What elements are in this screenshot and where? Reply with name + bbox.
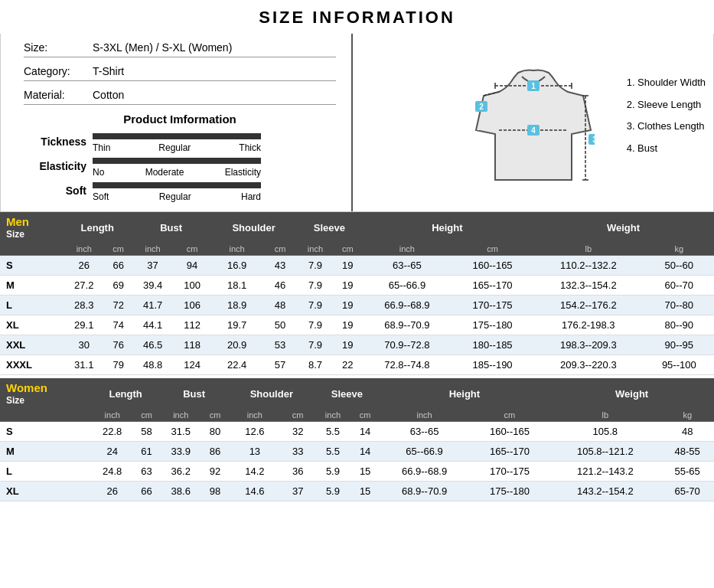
data-cell: 175--180	[470, 482, 550, 501]
data-cell: 48.8	[132, 355, 174, 375]
soft-label-hard: Hard	[241, 191, 261, 202]
elasticity-label-moderate: Moderate	[145, 167, 184, 178]
men-sleeve-header: Sleeve	[297, 212, 362, 243]
data-cell: 27.2	[63, 276, 105, 296]
data-cell: 13	[228, 442, 281, 462]
data-cell: 22.8	[91, 422, 133, 442]
data-cell: 92	[202, 462, 229, 482]
category-label: Category:	[24, 65, 93, 77]
data-cell: 68.9--70.9	[362, 315, 452, 335]
data-cell: 72	[105, 296, 132, 315]
women-shoulder-header: Shoulder	[228, 378, 315, 409]
elasticity-label-elasticity: Elasticity	[225, 167, 261, 178]
soft-label-soft: Soft	[93, 191, 109, 202]
men-weight-kg: kg	[644, 243, 714, 256]
women-size-sub	[0, 409, 91, 422]
tickness-label-regular: Regular	[158, 142, 191, 153]
table-row: L24.86336.29214.2365.91566.9--68.9170--1…	[0, 462, 714, 482]
women-length-cm: cm	[133, 409, 160, 422]
data-cell: 14	[351, 442, 380, 462]
data-cell: 19	[334, 315, 362, 335]
data-cell: 31.1	[63, 355, 105, 375]
data-cell: 80--90	[644, 315, 714, 335]
data-cell: 61	[133, 442, 160, 462]
tickness-label-thin: Thin	[93, 142, 110, 153]
data-cell: 14.6	[228, 482, 281, 501]
data-cell: 170--175	[452, 296, 533, 315]
data-cell: 36.2	[160, 462, 202, 482]
women-weight-lb: lb	[549, 409, 660, 422]
data-cell: 154.2--176.2	[533, 296, 644, 315]
product-info-title: Product Imformation	[24, 113, 336, 126]
soft-bar-area: Soft Regular Hard	[93, 179, 336, 202]
legend-item-2: 2. Sleeve Length	[627, 94, 706, 116]
data-cell: 86	[202, 442, 229, 462]
soft-label: Soft	[24, 185, 93, 197]
data-cell: 58	[133, 422, 160, 442]
data-cell: 66.9--68.9	[380, 462, 470, 482]
data-cell: 90--95	[644, 335, 714, 355]
women-sleeve-cm: cm	[351, 409, 380, 422]
data-cell: 50--60	[644, 256, 714, 276]
data-cell: 65--66.9	[362, 276, 452, 296]
category-info-line: Category: T-Shirt	[24, 65, 336, 81]
data-cell: 43	[263, 256, 297, 276]
data-cell: 65-70	[660, 482, 714, 501]
table-row: XL29.17444.111219.7507.91968.9--70.9175-…	[0, 315, 714, 335]
size-cell: XXL	[0, 335, 63, 355]
data-cell: 18.1	[210, 276, 263, 296]
table-row: XXL307646.511820.9537.91970.9--72.8180--…	[0, 335, 714, 355]
women-sleeve-inch: inch	[315, 409, 351, 422]
right-diagram-panel: 1 2 3 4 1. Shoulder Width 2. Sleeve Leng…	[353, 34, 713, 211]
data-cell: 29.1	[63, 315, 105, 335]
data-cell: 20.9	[210, 335, 263, 355]
men-weight-lb: lb	[533, 243, 644, 256]
men-height-inch: inch	[362, 243, 452, 256]
data-cell: 37	[132, 256, 174, 276]
men-height-cm: cm	[452, 243, 533, 256]
data-cell: 5.9	[315, 462, 351, 482]
category-value: T-Shirt	[93, 65, 124, 77]
women-length-inch: inch	[91, 409, 133, 422]
data-cell: 31.5	[160, 422, 202, 442]
table-row: L28.37241.710618.9487.91966.9--68.9170--…	[0, 296, 714, 315]
men-bust-cm: cm	[174, 243, 210, 256]
legend-item-3: 3. Clothes Length	[627, 116, 706, 138]
tickness-row: Tickness Thin Regular Thick	[24, 130, 336, 153]
data-cell: 65--66.9	[380, 442, 470, 462]
data-cell: 22	[334, 355, 362, 375]
data-cell: 66	[105, 256, 132, 276]
women-shoulder-cm: cm	[281, 409, 315, 422]
data-cell: 7.9	[297, 335, 334, 355]
data-cell: 26	[63, 256, 105, 276]
data-cell: 19	[334, 256, 362, 276]
data-cell: 38.6	[160, 482, 202, 501]
women-sub-header-row: inch cm inch cm inch cm inch cm inch cm …	[0, 409, 714, 422]
data-cell: 19	[334, 276, 362, 296]
elasticity-bar	[93, 158, 261, 164]
data-cell: 41.7	[132, 296, 174, 315]
men-weight-header: Weight	[533, 212, 714, 243]
diagram-legend: 1. Shoulder Width 2. Sleeve Length 3. Cl…	[627, 72, 706, 159]
data-cell: 121.2--143.2	[549, 462, 660, 482]
men-sleeve-inch: inch	[297, 243, 334, 256]
men-size-table: MenSize Length Bust Shoulder Sleeve Heig…	[0, 212, 714, 375]
data-cell: 5.5	[315, 422, 351, 442]
material-value: Cotton	[93, 89, 124, 101]
women-length-header: Length	[91, 378, 160, 409]
legend-item-4: 4. Bust	[627, 138, 706, 160]
data-cell: 80	[202, 422, 229, 442]
men-size-sub	[0, 243, 63, 256]
size-label: Size:	[24, 41, 93, 54]
soft-bar-labels: Soft Regular Hard	[93, 191, 261, 202]
size-cell: XXXL	[0, 355, 63, 375]
tickness-bar	[93, 133, 261, 139]
data-cell: 19	[334, 335, 362, 355]
data-cell: 175--180	[452, 315, 533, 335]
data-cell: 170--175	[470, 462, 550, 482]
data-cell: 110.2--132.2	[533, 256, 644, 276]
size-info-line: Size: S-3XL (Men) / S-XL (Women)	[24, 41, 336, 57]
women-sleeve-header: Sleeve	[315, 378, 379, 409]
data-cell: 14	[351, 422, 380, 442]
men-table-body: S2666379416.9437.91963--65160--165110.2-…	[0, 256, 714, 375]
